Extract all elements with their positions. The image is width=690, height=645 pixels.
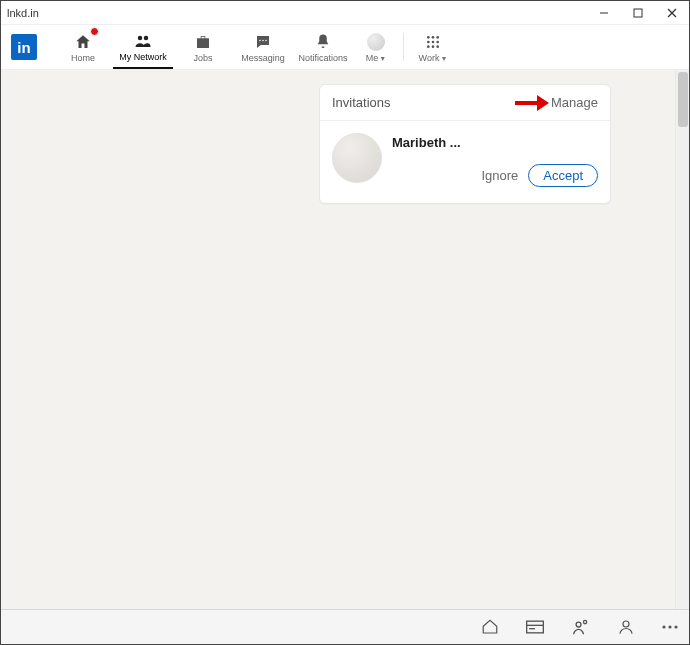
home-icon xyxy=(74,32,92,52)
taskbar-home-icon[interactable] xyxy=(481,618,499,636)
svg-point-24 xyxy=(662,625,665,628)
linkedin-logo[interactable]: in xyxy=(11,34,37,60)
briefcase-icon xyxy=(194,32,212,52)
nav-home[interactable]: Home xyxy=(53,25,113,69)
taskbar-profile-icon[interactable] xyxy=(617,618,635,636)
window-title: lnkd.in xyxy=(7,7,39,19)
bell-icon xyxy=(314,32,332,52)
svg-point-22 xyxy=(583,620,586,623)
svg-point-25 xyxy=(668,625,671,628)
invitation-row: Maribeth ... Ignore Accept xyxy=(320,121,610,203)
nav-notifications-label: Notifications xyxy=(298,53,347,63)
close-button[interactable] xyxy=(655,1,689,25)
nav-jobs-label: Jobs xyxy=(193,53,212,63)
taskbar-people-icon[interactable] xyxy=(571,618,591,636)
invitations-title: Invitations xyxy=(332,95,515,110)
nav-me[interactable]: Me▼ xyxy=(353,25,399,69)
svg-point-5 xyxy=(144,35,149,40)
invitation-name[interactable]: Maribeth ... xyxy=(392,135,598,150)
chevron-down-icon: ▼ xyxy=(379,55,386,62)
svg-point-16 xyxy=(432,45,435,48)
svg-point-26 xyxy=(674,625,677,628)
svg-point-17 xyxy=(436,45,439,48)
avatar-icon xyxy=(367,32,385,52)
nav-separator xyxy=(403,33,404,61)
avatar[interactable] xyxy=(332,133,382,183)
window-titlebar: lnkd.in xyxy=(1,1,689,25)
nav-work-label: Work▼ xyxy=(419,53,448,63)
svg-point-14 xyxy=(436,40,439,43)
invitations-header: Invitations Manage xyxy=(320,85,610,121)
nav-me-label: Me▼ xyxy=(366,53,386,63)
svg-point-21 xyxy=(576,622,581,627)
nav-network-label: My Network xyxy=(119,52,167,62)
svg-point-23 xyxy=(623,621,629,627)
svg-point-9 xyxy=(427,36,430,39)
scrollbar-thumb[interactable] xyxy=(678,72,688,127)
nav-messaging[interactable]: Messaging xyxy=(233,25,293,69)
nav-notifications[interactable]: Notifications xyxy=(293,25,353,69)
svg-point-4 xyxy=(138,35,143,40)
svg-point-8 xyxy=(265,39,267,41)
grid-icon xyxy=(425,32,441,52)
maximize-button[interactable] xyxy=(621,1,655,25)
nav-work[interactable]: Work▼ xyxy=(408,25,458,69)
svg-point-11 xyxy=(436,36,439,39)
svg-point-6 xyxy=(259,39,261,41)
svg-point-13 xyxy=(432,40,435,43)
svg-point-7 xyxy=(262,39,264,41)
scrollbar[interactable] xyxy=(675,70,689,610)
svg-rect-18 xyxy=(527,621,544,633)
nav-home-label: Home xyxy=(71,53,95,63)
bottom-taskbar xyxy=(1,609,689,644)
svg-point-15 xyxy=(427,45,430,48)
invitations-card: Invitations Manage Maribeth ... Ignore A… xyxy=(319,84,611,204)
notification-badge xyxy=(90,27,99,36)
manage-link[interactable]: Manage xyxy=(551,95,598,110)
taskbar-more-icon[interactable] xyxy=(661,624,679,630)
nav-my-network[interactable]: My Network xyxy=(113,25,173,69)
arrow-annotation xyxy=(515,98,549,108)
people-icon xyxy=(134,31,152,51)
accept-button[interactable]: Accept xyxy=(528,164,598,187)
svg-point-10 xyxy=(432,36,435,39)
svg-rect-1 xyxy=(634,9,642,17)
chevron-down-icon: ▼ xyxy=(440,55,447,62)
top-nav: in Home My Network Jobs Messaging Notifi… xyxy=(1,25,689,70)
messaging-icon xyxy=(254,32,272,52)
nav-jobs[interactable]: Jobs xyxy=(173,25,233,69)
nav-messaging-label: Messaging xyxy=(241,53,285,63)
content-area: Invitations Manage Maribeth ... Ignore A… xyxy=(1,70,689,610)
taskbar-card-icon[interactable] xyxy=(525,619,545,635)
ignore-button[interactable]: Ignore xyxy=(481,168,518,183)
minimize-button[interactable] xyxy=(587,1,621,25)
svg-point-12 xyxy=(427,40,430,43)
